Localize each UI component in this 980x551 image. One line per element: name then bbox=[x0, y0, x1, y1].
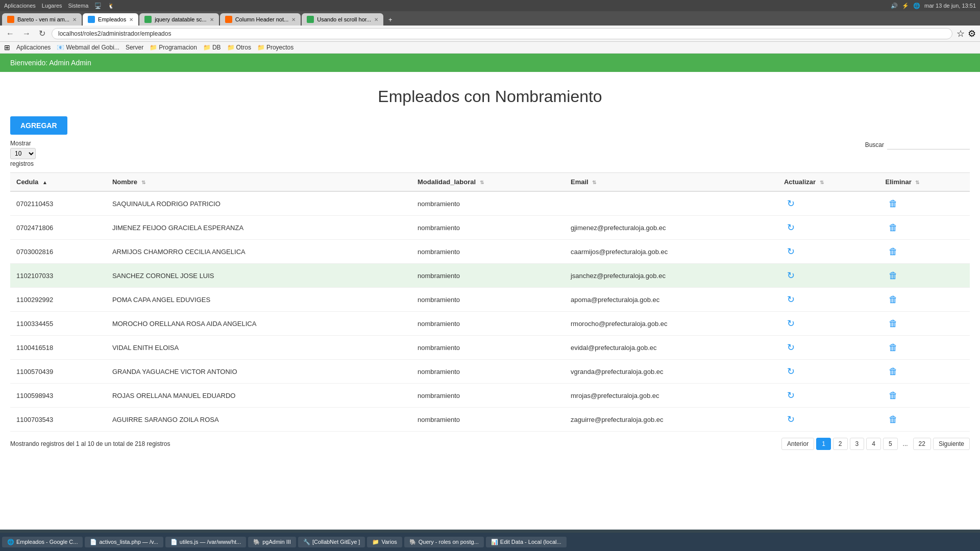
col-email[interactable]: Email ⇅ bbox=[565, 173, 778, 192]
next-button[interactable]: Siguiente bbox=[933, 438, 970, 450]
tab-column[interactable]: Column Header not... ✕ bbox=[220, 13, 301, 26]
page-4-button[interactable]: 4 bbox=[866, 438, 881, 450]
refresh-button-9[interactable]: ↻ bbox=[784, 413, 798, 426]
delete-button-0[interactable]: 🗑 bbox=[886, 197, 901, 210]
browser: Bareto - ven mi am... ✕ Empleados ✕ jque… bbox=[0, 11, 980, 54]
taskbar-item-2[interactable]: 📄 utiles.js — /var/www/ht... bbox=[165, 537, 246, 547]
col-cedula[interactable]: Cedula ▲ bbox=[10, 173, 106, 192]
delete-button-7[interactable]: 🗑 bbox=[886, 365, 901, 378]
tab-close-bareto[interactable]: ✕ bbox=[72, 17, 77, 22]
col-nombre[interactable]: Nombre ⇅ bbox=[106, 173, 411, 192]
refresh-button-4[interactable]: ↻ bbox=[784, 293, 798, 306]
prev-button[interactable]: Anterior bbox=[781, 438, 814, 450]
system-menu[interactable]: Sistema bbox=[68, 3, 89, 9]
bookmark-otros[interactable]: 📁 Otros bbox=[227, 44, 251, 51]
cell-modalidad: nombramiento bbox=[411, 384, 565, 408]
cell-email: vgranda@prefecturaloja.gob.ec bbox=[565, 360, 778, 384]
delete-button-6[interactable]: 🗑 bbox=[886, 341, 901, 354]
tab-close-empleados[interactable]: ✕ bbox=[129, 17, 133, 22]
page-5-button[interactable]: 5 bbox=[883, 438, 898, 450]
page: Bienvenido: Admin Admin Empleados con No… bbox=[0, 54, 980, 551]
new-tab-button[interactable]: + bbox=[384, 14, 397, 26]
places-menu[interactable]: Lugares bbox=[42, 3, 62, 9]
bookmark-proyectos[interactable]: 📁 Proyectos bbox=[257, 44, 293, 51]
entries-select[interactable]: 10 25 50 100 bbox=[10, 148, 36, 159]
table-row: 1100292992 POMA CAPA ANGEL EDUVIGES nomb… bbox=[10, 288, 970, 312]
taskbar-item-7[interactable]: 📊 Edit Data - Local (local... bbox=[486, 537, 567, 547]
taskbar-item-3[interactable]: 🐘 pgAdmin III bbox=[248, 537, 296, 547]
cell-nombre: POMA CAPA ANGEL EDUVIGES bbox=[106, 288, 411, 312]
page-2-button[interactable]: 2 bbox=[833, 438, 848, 450]
cell-actualizar: ↻ bbox=[778, 384, 879, 408]
refresh-button-3[interactable]: ↻ bbox=[784, 269, 798, 282]
cell-eliminar: 🗑 bbox=[879, 384, 970, 408]
tab-bareto[interactable]: Bareto - ven mi am... ✕ bbox=[2, 13, 82, 26]
delete-button-5[interactable]: 🗑 bbox=[886, 317, 901, 330]
bookmark-db[interactable]: 📁 DB bbox=[203, 44, 221, 51]
taskbar-item-5[interactable]: 📁 Varios bbox=[367, 537, 402, 547]
address-input[interactable] bbox=[52, 28, 952, 39]
taskbar-item-0[interactable]: 🌐 Empleados - Google C... bbox=[2, 537, 83, 547]
cell-actualizar: ↻ bbox=[778, 216, 879, 240]
reload-button[interactable]: ↻ bbox=[37, 28, 47, 39]
welcome-banner: Bienvenido: Admin Admin bbox=[0, 54, 980, 72]
tab-jquery[interactable]: jquery datatable sc... ✕ bbox=[139, 13, 219, 26]
delete-button-3[interactable]: 🗑 bbox=[886, 269, 901, 282]
taskbar-icon-1: 📄 bbox=[90, 539, 97, 545]
tab-empleados[interactable]: Empleados ✕ bbox=[83, 13, 138, 26]
refresh-button-2[interactable]: ↻ bbox=[784, 245, 798, 258]
bookmark-webmail[interactable]: 📧 Webmail del Gobi... bbox=[57, 44, 119, 51]
page-22-button[interactable]: 22 bbox=[913, 438, 931, 450]
cell-modalidad: nombramiento bbox=[411, 336, 565, 360]
table-row: 1100598943 ROJAS ORELLANA MANUEL EDUARDO… bbox=[10, 384, 970, 408]
refresh-button-1[interactable]: ↻ bbox=[784, 221, 798, 234]
delete-button-1[interactable]: 🗑 bbox=[886, 221, 901, 234]
refresh-button-6[interactable]: ↻ bbox=[784, 341, 798, 354]
add-button[interactable]: AGREGAR bbox=[10, 116, 67, 135]
back-button[interactable]: ← bbox=[4, 28, 16, 39]
page-1-button[interactable]: 1 bbox=[816, 438, 831, 450]
taskbar-icon-5: 📁 bbox=[372, 539, 379, 545]
cell-modalidad: nombramiento bbox=[411, 288, 565, 312]
refresh-button-0[interactable]: ↻ bbox=[784, 197, 798, 210]
refresh-button-8[interactable]: ↻ bbox=[784, 389, 798, 402]
apps-menu[interactable]: Aplicaciones bbox=[4, 3, 36, 9]
delete-button-8[interactable]: 🗑 bbox=[886, 389, 901, 402]
tab-favicon-column bbox=[225, 16, 232, 23]
refresh-button-5[interactable]: ↻ bbox=[784, 317, 798, 330]
bookmark-star-icon[interactable]: ☆ bbox=[957, 28, 965, 39]
cell-email: apoma@prefecturaloja.gob.ec bbox=[565, 288, 778, 312]
email-sort-icon: ⇅ bbox=[592, 180, 596, 185]
delete-button-4[interactable]: 🗑 bbox=[886, 293, 901, 306]
table-row: 1100416518 VIDAL ENITH ELOISA nombramien… bbox=[10, 336, 970, 360]
taskbar-item-1[interactable]: 📄 activos_lista.php — /v... bbox=[85, 537, 163, 547]
page-3-button[interactable]: 3 bbox=[850, 438, 865, 450]
tab-close-jquery[interactable]: ✕ bbox=[210, 17, 214, 22]
controls-row: Mostrar 10 25 50 100 registros Buscar bbox=[10, 140, 970, 167]
col-actualizar[interactable]: Actualizar ⇅ bbox=[778, 173, 879, 192]
tab-scroll[interactable]: Usando el scroll hor... ✕ bbox=[302, 13, 383, 26]
taskbar-item-4[interactable]: 🔧 [CollabNet GitEye ] bbox=[298, 537, 365, 547]
delete-button-2[interactable]: 🗑 bbox=[886, 245, 901, 258]
cell-modalidad: nombramiento bbox=[411, 408, 565, 432]
search-label: Buscar bbox=[865, 141, 884, 148]
taskbar-item-6[interactable]: 🐘 Query - roles on postg... bbox=[404, 537, 484, 547]
settings-icon[interactable]: ⚙ bbox=[968, 28, 976, 39]
table-row: 1100703543 AGUIRRE SARANGO ZOILA ROSA no… bbox=[10, 408, 970, 432]
refresh-button-7[interactable]: ↻ bbox=[784, 365, 798, 378]
col-eliminar[interactable]: Eliminar ⇅ bbox=[879, 173, 970, 192]
col-modalidad[interactable]: Modalidad_laboral ⇅ bbox=[411, 173, 565, 192]
cell-cedula: 1100292992 bbox=[10, 288, 106, 312]
bookmark-aplicaciones[interactable]: Aplicaciones bbox=[16, 44, 51, 51]
forward-button[interactable]: → bbox=[20, 28, 33, 39]
page-ellipsis: ... bbox=[900, 438, 911, 449]
delete-button-9[interactable]: 🗑 bbox=[886, 413, 901, 426]
pagination: Anterior 1 2 3 4 5 ... 22 Siguiente bbox=[781, 438, 970, 450]
bookmark-server[interactable]: Server bbox=[126, 44, 143, 51]
tab-close-scroll[interactable]: ✕ bbox=[374, 17, 378, 22]
tab-close-column[interactable]: ✕ bbox=[291, 17, 296, 22]
bookmark-programacion[interactable]: 📁 Programacion bbox=[150, 44, 197, 51]
search-input[interactable] bbox=[887, 140, 970, 149]
show-entries: Mostrar 10 25 50 100 registros bbox=[10, 140, 36, 167]
cell-modalidad: nombramiento bbox=[411, 360, 565, 384]
